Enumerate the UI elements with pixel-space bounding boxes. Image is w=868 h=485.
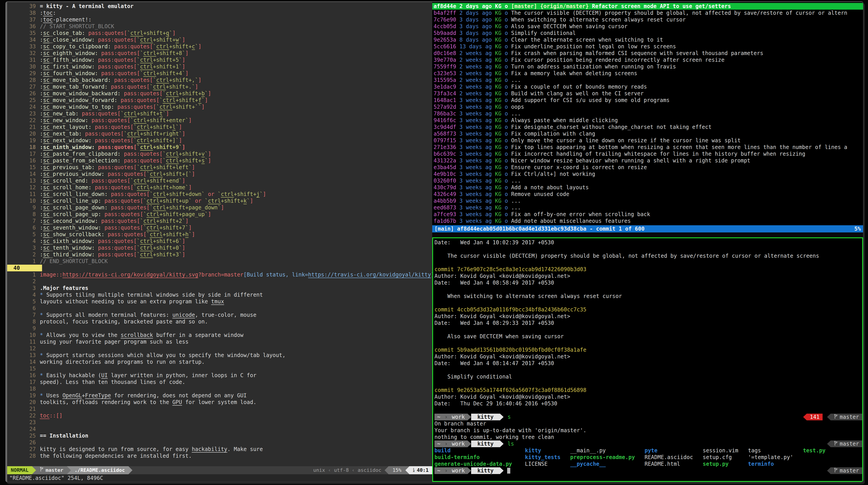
editor-line[interactable]: 15	[7, 365, 432, 372]
editor-line[interactable]: 25== Installation	[7, 432, 432, 439]
commit-row[interactable]: 03260f0 3 weeks ag KG o ...	[432, 177, 863, 184]
editor-line[interactable]: 10:sc_scroll_line_up: pass:quotes[`ctrl+…	[7, 198, 432, 204]
commit-row[interactable]: a4bb5b9 3 weeks ag KG o ...	[432, 198, 863, 204]
commit-row[interactable]: 9e2653a 8 days ago KG o Clear the altern…	[432, 36, 863, 43]
editor-line[interactable]: 7:sc_second_window: pass:quotes[`ctrl+sh…	[7, 218, 432, 224]
commit-row[interactable]: 271e336 3 weeks ag KG o Fix top lines ap…	[432, 144, 863, 151]
commit-row[interactable]: 4ccb05d 3 days ago KG o Also save DECTCE…	[432, 23, 863, 30]
editor-line[interactable]: 4* Supports tiling multiple terminal win…	[7, 292, 432, 298]
editor-line[interactable]: 24	[7, 426, 432, 432]
editor-line[interactable]: 38:toc:	[7, 10, 432, 16]
editor-line[interactable]: 18	[7, 386, 432, 392]
commit-row[interactable]: 7559ff9 2 weeks ag KG o Turn on address …	[432, 63, 863, 70]
commit-row[interactable]: eed6873 3 weeks ag KG o ...	[432, 204, 863, 211]
editor-line[interactable]: 8protocol, focus tracking, bracketed pas…	[7, 319, 432, 325]
editor-line[interactable]: 19* Uses OpenGL+FreeType for rendering, …	[7, 392, 432, 399]
editor-line[interactable]: 24:sc_move_window_to_top: pass:quotes[`c…	[7, 103, 432, 110]
editor-line[interactable]: 4:sc_sixth_window: pass:quotes[`ctrl+shi…	[7, 238, 432, 244]
editor-line[interactable]: 16* Easily hackable (UI layer written in…	[7, 372, 432, 379]
editor-line[interactable]: 5layouts without needing to use an extra…	[7, 298, 432, 305]
editor-line[interactable]: 6:sc_seventh_window: pass:quotes[`ctrl+s…	[7, 224, 432, 231]
editor-line[interactable]: 12:sc_scroll_home: pass:quotes[`ctrl+shi…	[7, 184, 432, 191]
editor-line[interactable]: 36// START_SHORTCUT_BLOCK	[7, 23, 432, 30]
editor-line[interactable]: 2	[7, 278, 432, 285]
commit-row[interactable]: e3ba45d 3 weeks ag KG o Ensure cursor x-…	[432, 164, 863, 171]
editor-line[interactable]: 28:sc_move_tab_backward: pass:quotes[`ct…	[7, 77, 432, 84]
commit-row[interactable]: d0c16e8 2 weeks ag KG o Fix crash when p…	[432, 50, 863, 57]
editor-line[interactable]: 37:toc-placement!:	[7, 16, 432, 23]
shell-prompt-active[interactable]: ~ › work kitty master	[434, 467, 862, 474]
editor-line[interactable]: 27:sc_move_tab_forward: pass:quotes[`ctr…	[7, 84, 432, 90]
editor-line[interactable]: 21	[7, 405, 432, 412]
commit-row[interactable]: 430c79d 3 weeks ag KG o Add a note about…	[432, 184, 863, 191]
commit-row[interactable]: 3e1dac9 2 weeks ag KG o Fix a couple of …	[432, 84, 863, 90]
commit-row[interactable]: 73fa3c4 2 weeks ag KG o Build with clang…	[432, 90, 863, 97]
commit-row[interactable]: 4e9b10c 3 weeks ag KG o Fix Ctrl/alt+] n…	[432, 171, 863, 177]
editor-line[interactable]: 27kitty is designed to run from source, …	[7, 446, 432, 453]
editor-line[interactable]: 5:sc_show_scrollback: pass:quotes[`ctrl+…	[7, 231, 432, 238]
commit-row[interactable]: 9416f6c 3 weeks ag KG o Always paste whe…	[432, 117, 863, 124]
commit-row[interactable]: 5b9aadd 3 days ago KG o Simplify conditi…	[432, 30, 863, 36]
editor-line[interactable]: 6	[7, 305, 432, 312]
editor-line[interactable]: 13* Support startup sessions which allow…	[7, 352, 432, 359]
editor-line[interactable]: 11:sc_scroll_line_down: pass:quotes[`ctr…	[7, 191, 432, 198]
editor-line[interactable]: 1// END_SHORTCUT_BLOCK	[7, 258, 432, 265]
commit-row[interactable]: c323e53 2 weeks ag KG o Fix a memory lea…	[432, 70, 863, 77]
commit-list[interactable]: af8d44e 2 days ago KG o [master] {origin…	[432, 3, 863, 224]
commit-row[interactable]: 3c9d4df 3 weeks ag KG o Fix designate_ch…	[432, 124, 863, 130]
editor-line[interactable]: 39= kitty - A terminal emulator	[7, 3, 432, 10]
editor-line[interactable]: 32:sc_eighth_window: pass:quotes[`ctrl+s…	[7, 50, 432, 57]
git-log-pane[interactable]: af8d44e 2 days ago KG o [master] {origin…	[432, 2, 863, 233]
editor-line[interactable]: 16:sc_paste_from_selection: pass:quotes[…	[7, 157, 432, 164]
editor-line[interactable]: 8:sc_scroll_page_up: pass:quotes[`ctrl+s…	[7, 211, 432, 218]
editor-line[interactable]: 33:sc_copy_to_clipboard: pass:quotes[`ct…	[7, 43, 432, 50]
editor-line[interactable]: 7* Supports all modern terminal features…	[7, 312, 432, 319]
editor-line[interactable]: 12	[7, 345, 432, 352]
editor-line[interactable]: 20:sc_next_tab: pass:quotes[`ctrl+shift+…	[7, 130, 432, 137]
commit-row[interactable]: 431322a 3 weeks ag KG o Nicer window res…	[432, 157, 863, 164]
commit-row[interactable]: 0797f15 3 weeks ag KG o Only move the cu…	[432, 137, 863, 144]
editor-line[interactable]: 22:sc_new_window: pass:quotes[`ctrl+shif…	[7, 117, 432, 124]
editor-line[interactable]: 29:sc_fourth_window: pass:quotes[`ctrl+s…	[7, 70, 432, 77]
editor-line[interactable]: 28the following dependencies are install…	[7, 453, 432, 459]
commit-row[interactable]: 315595a 2 weeks ag KG o ...	[432, 77, 863, 84]
editor-line[interactable]: 22toc::[]	[7, 412, 432, 419]
editor-line[interactable]: 1image::https://travis-ci.org/kovidgoyal…	[7, 271, 432, 278]
commit-row[interactable]: fa1d67b 3 weeks ag KG o Add note about m…	[432, 218, 863, 224]
editor-line[interactable]: 23:sc_new_tab: pass:quotes[`ctrl+shift+t…	[7, 110, 432, 117]
editor-line[interactable]: 26:sc_move_window_backward: pass:quotes[…	[7, 90, 432, 97]
vim-pane[interactable]: 39= kitty - A terminal emulator38:toc:37…	[7, 2, 432, 482]
editor-line[interactable]: 40	[7, 265, 432, 271]
editor-line[interactable]: 15:sc_previous_tab: pass:quotes[`ctrl+sh…	[7, 164, 432, 171]
editor-line[interactable]: 17speed). Less than ten thousand lines o…	[7, 379, 432, 386]
commit-row[interactable]: 786ba3c 3 weeks ag KG o ...	[432, 110, 863, 117]
commit-row[interactable]: 1648ac1 3 weeks ag KG o Add support for …	[432, 97, 863, 103]
editor-buffer[interactable]: 39= kitty - A terminal emulator38:toc:37…	[7, 2, 432, 466]
editor-line[interactable]: 25:sc_move_window_forward: pass:quotes[`…	[7, 97, 432, 103]
editor-line[interactable]: 14working directories and programs to ru…	[7, 359, 432, 365]
editor-line[interactable]: 17:sc_paste_from_clipboard: pass:quotes[…	[7, 151, 432, 157]
editor-line[interactable]: 14:sc_previous_window: pass:quotes[`ctrl…	[7, 171, 432, 177]
editor-line[interactable]: 31:sc_fifth_window: pass:quotes[`ctrl+sh…	[7, 57, 432, 63]
editor-line[interactable]: 26	[7, 439, 432, 446]
terminal-pane-active[interactable]: Date: Wed Jan 4 10:02:39 2017 +0530 The …	[432, 237, 863, 482]
commit-row[interactable]: 7c76e90 3 days ago KG o When switching t…	[432, 16, 863, 23]
editor-line[interactable]: 9	[7, 325, 432, 332]
editor-line[interactable]: 19:sc_next_window: pass:quotes[`ctrl+shi…	[7, 137, 432, 144]
editor-line[interactable]: 21:sc_next_layout: pass:quotes[`ctrl+shi…	[7, 124, 432, 130]
editor-line[interactable]: 3:sc_tenth_window: pass:quotes[`ctrl+shi…	[7, 244, 432, 251]
commit-row[interactable]: a7fce93 3 weeks ag KG o Fix an off-by-on…	[432, 211, 863, 218]
editor-line[interactable]: 11using your favorite pager program such…	[7, 338, 432, 345]
editor-line[interactable]: 30:sc_first_window: pass:quotes[`ctrl+sh…	[7, 63, 432, 70]
editor-line[interactable]: 35:sc_close_tab: pass:quotes[`ctrl+shift…	[7, 30, 432, 36]
editor-line[interactable]: 13:sc_scroll_end: pass:quotes[`ctrl+shif…	[7, 177, 432, 184]
commit-row[interactable]: 39e770a 2 weeks ag KG o Fix cursor posit…	[432, 57, 863, 63]
editor-line[interactable]: 34:sc_close_window: pass:quotes[`ctrl+sh…	[7, 36, 432, 43]
commit-row[interactable]: 4326c49 3 weeks ag KG o Remove unused co…	[432, 191, 863, 198]
commit-row[interactable]: a568f73 3 weeks ag KG o Fix compilation …	[432, 130, 863, 137]
editor-line[interactable]: 9:sc_scroll_page_down: pass:quotes[`ctrl…	[7, 204, 432, 211]
editor-line[interactable]: 10* Allows you to view the scrollback bu…	[7, 332, 432, 338]
commit-row[interactable]: 5cc6616 13 days ag KG o Fix underline_po…	[432, 43, 863, 50]
commit-row-selected[interactable]: af8d44e 2 days ago KG o [master] {origin…	[432, 3, 863, 10]
editor-line[interactable]: 18:sc_ninth_window: pass:quotes[`ctrl+sh…	[7, 144, 432, 151]
